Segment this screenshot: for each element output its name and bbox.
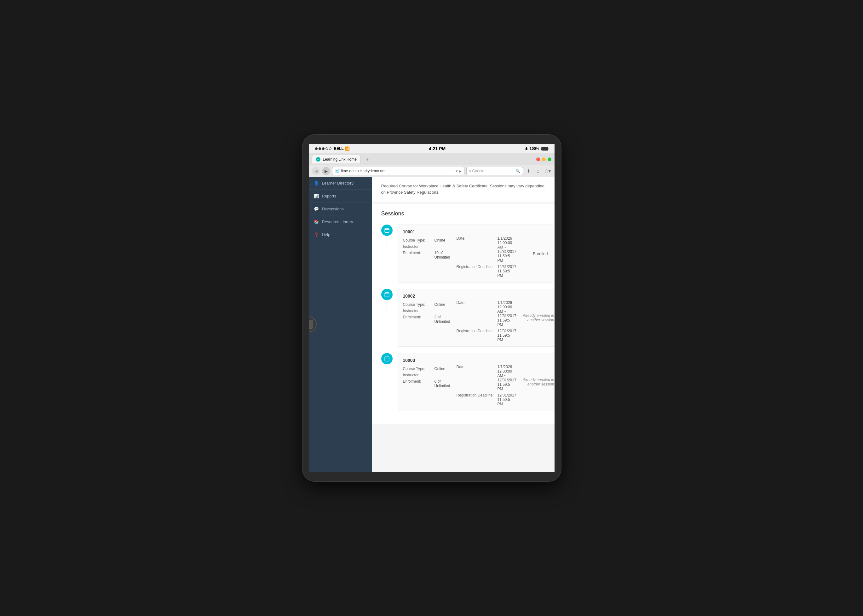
- dropdown-arrow: ▼: [455, 170, 458, 173]
- session-row-3: 10003 Course Type: Online Instructor: En…: [403, 358, 554, 406]
- session-instructor-value-3: [435, 373, 450, 377]
- content-area: Required Course for Workplace Health & S…: [372, 177, 554, 472]
- discussions-icon: 💬: [314, 206, 319, 211]
- session-id-3: 10003: [403, 358, 450, 363]
- session-id-2: 10002: [403, 294, 450, 299]
- session-icon-2: [381, 289, 392, 300]
- sidebar: 👤 Learner Directory 📊 Reports 💬 Discussi…: [309, 177, 372, 472]
- session-course-type-value-2: Online: [435, 302, 450, 307]
- session-timeline-1: [381, 225, 392, 245]
- sidebar-item-resource-library[interactable]: 📚 Resource Library: [309, 215, 372, 228]
- session-course-type-label-1: Course Type:: [403, 238, 435, 242]
- tab-favicon: e: [316, 157, 320, 162]
- session-instructor-label-1: Instructor:: [403, 244, 435, 249]
- bookmarks-icon[interactable]: ☆▾: [544, 167, 551, 175]
- session-timeline-3: [381, 353, 392, 365]
- navigate-arrow: ▶: [459, 170, 461, 173]
- session-icon-3: [381, 353, 392, 365]
- address-bar[interactable]: 🌐 lime-demo.claritydemo.net ▼ ▶: [332, 167, 465, 175]
- battery-icon: [541, 147, 548, 151]
- reports-icon: 📊: [314, 193, 319, 198]
- main-area: 👤 Learner Directory 📊 Reports 💬 Discussi…: [309, 177, 554, 472]
- home-button-inner: [309, 320, 313, 329]
- maximize-button[interactable]: [548, 157, 551, 161]
- download-icon[interactable]: ⬇: [525, 167, 532, 175]
- session-instructor-label-2: Instructor:: [403, 309, 435, 313]
- svg-rect-4: [385, 292, 389, 297]
- session-date-value-2: 1/1/2026 12:00:00 AM ~ 12/31/2017 11:59:…: [498, 300, 517, 327]
- search-icon: 🔍: [515, 169, 520, 173]
- ipad-frame: BELL 📶 4:21 PM ✱ 100% e Learning Link Ho…: [302, 135, 561, 481]
- browser-chrome: e Learning Link Home + ◀ ▶ 🌐 lime-demo.c…: [309, 153, 554, 177]
- session-card-2: 10002 Course Type: Online Instructor: En…: [381, 289, 545, 347]
- session-line-1: [387, 236, 387, 245]
- search-placeholder: Google: [472, 169, 485, 173]
- close-button[interactable]: [536, 157, 540, 161]
- sidebar-label-discussions: Discussions: [322, 207, 344, 211]
- home-icon[interactable]: ⌂: [534, 167, 542, 175]
- help-icon: ❓: [314, 232, 319, 237]
- svg-rect-8: [385, 357, 389, 361]
- sidebar-label-resource-library: Resource Library: [322, 220, 353, 224]
- session-date-label-2: Date:: [457, 300, 498, 327]
- resource-library-icon: 📚: [314, 219, 319, 224]
- battery-percent: 100%: [530, 146, 539, 151]
- session-content-3: 10003 Course Type: Online Instructor: En…: [398, 353, 554, 411]
- session-card-3: 10003 Course Type: Online Instructor: En…: [381, 353, 545, 411]
- session-date-value-3: 1/1/2026 12:00:00 AM ~ 12/31/2017 11:59:…: [498, 365, 517, 391]
- forward-button[interactable]: ▶: [322, 167, 330, 175]
- session-enrolment-value-1: 10 of Unlimited: [435, 251, 450, 259]
- session-status-2: Already enrolled in another session: [517, 294, 554, 342]
- sidebar-item-reports[interactable]: 📊 Reports: [309, 190, 372, 203]
- browser-icons: ⬇ ⌂ ☆▾: [525, 167, 551, 175]
- session-enrolment-label-1: Enrolment:: [403, 251, 435, 259]
- session-enrolment-value-2: 3 of Unlimited: [435, 315, 450, 324]
- session-row-2: 10002 Course Type: Online Instructor: En…: [403, 294, 554, 342]
- status-left: BELL 📶: [315, 146, 350, 151]
- svg-rect-0: [385, 228, 389, 233]
- session-deadline-label-1: Registration Deadline:: [457, 264, 498, 278]
- sidebar-item-learner-directory[interactable]: 👤 Learner Directory: [309, 177, 372, 190]
- session-enrolment-label-2: Enrolment:: [403, 315, 435, 324]
- carrier-label: BELL: [334, 146, 344, 151]
- sidebar-item-help[interactable]: ❓ Help: [309, 228, 372, 241]
- session-timeline-2: [381, 289, 392, 310]
- sidebar-item-discussions[interactable]: 💬 Discussions: [309, 203, 372, 215]
- session-course-type-value-3: Online: [435, 366, 450, 371]
- session-card-1: 10001 Course Type: Online Instructor: En…: [381, 225, 545, 283]
- browser-tab-bar: e Learning Link Home +: [309, 153, 554, 165]
- session-date-value-1: 1/1/2026 12:00:00 AM ~ 12/31/2017 11:59:…: [498, 236, 517, 262]
- wifi-icon: 📶: [345, 146, 350, 151]
- session-status-3: Already enrolled in another session: [517, 358, 554, 406]
- url-text: lime-demo.claritydemo.net: [341, 169, 386, 173]
- session-row-1: 10001 Course Type: Online Instructor: En…: [403, 229, 548, 278]
- session-course-type-value-1: Online: [435, 238, 450, 242]
- search-bullet: [469, 170, 471, 172]
- session-icon-1: [381, 225, 392, 236]
- session-course-type-label-3: Course Type:: [403, 366, 435, 371]
- sessions-section: Sessions: [372, 204, 554, 424]
- session-enrolment-label-3: Enrolment:: [403, 379, 435, 388]
- new-tab-button[interactable]: +: [364, 156, 370, 163]
- minimize-button[interactable]: [542, 157, 546, 161]
- session-date-label-3: Date:: [457, 365, 498, 391]
- session-deadline-value-2: 12/31/2017 11:59:5 PM: [498, 329, 517, 342]
- tab-title: Learning Link Home: [323, 157, 357, 162]
- status-right: ✱ 100%: [525, 146, 548, 151]
- session-content-1: 10001 Course Type: Online Instructor: En…: [398, 225, 553, 283]
- search-bar[interactable]: Google 🔍: [466, 167, 523, 175]
- course-description: Required Course for Workplace Health & S…: [372, 177, 554, 201]
- address-arrows: ▼ ▶: [455, 170, 461, 173]
- sidebar-label-reports: Reports: [322, 194, 337, 198]
- course-description-text: Required Course for Workplace Health & S…: [381, 183, 545, 195]
- session-deadline-value-3: 12/31/2017 11:59:5 PM: [498, 393, 517, 406]
- session-instructor-label-3: Instructor:: [403, 373, 435, 377]
- session-deadline-label-2: Registration Deadline:: [457, 329, 498, 342]
- session-instructor-value-1: [435, 244, 450, 249]
- session-enrolment-value-3: 6 of Unlimited: [435, 379, 450, 388]
- site-security-icon: 🌐: [335, 169, 339, 173]
- session-id-1: 10001: [403, 229, 450, 234]
- traffic-lights: [536, 157, 551, 161]
- back-button[interactable]: ◀: [312, 167, 320, 175]
- browser-tab[interactable]: e Learning Link Home: [312, 155, 361, 163]
